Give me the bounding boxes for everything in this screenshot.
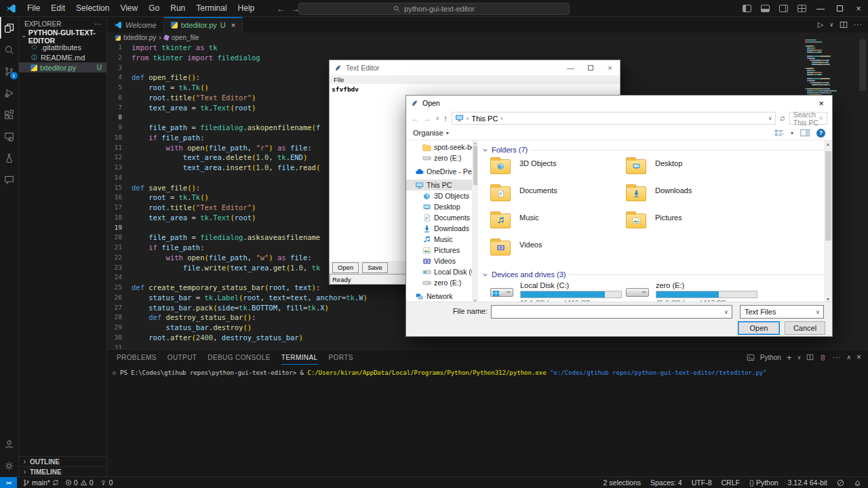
- activitybar-testing-icon[interactable]: [0, 147, 19, 169]
- activitybar-source-control-icon[interactable]: 1: [0, 60, 19, 82]
- toggle-panel-icon[interactable]: [761, 5, 770, 12]
- status-encoding[interactable]: UTF-8: [692, 479, 712, 487]
- section-timeline[interactable]: TIMELINE: [19, 466, 106, 476]
- panel-tab-output[interactable]: OUTPUT: [167, 350, 197, 365]
- drive-item-zero-e-[interactable]: zero (E:)45.0 GB free of 117 GB: [626, 281, 762, 303]
- address-dropdown-icon[interactable]: ∨: [768, 115, 772, 121]
- status-python-version[interactable]: 3.12.4 64-bit: [788, 479, 827, 487]
- status-indent[interactable]: Spaces: 4: [650, 479, 682, 487]
- minimap[interactable]: [805, 39, 852, 102]
- panel-close-icon[interactable]: ×: [856, 352, 861, 362]
- main-scrollbar[interactable]: ▲ ▼: [824, 140, 832, 303]
- menu-view[interactable]: View: [115, 0, 143, 17]
- organise-menu[interactable]: Organise: [413, 129, 443, 137]
- sidebar-item-onedrive-person[interactable]: OneDrive - Person: [406, 166, 472, 177]
- dialog-titlebar[interactable]: Open ×: [406, 96, 832, 110]
- combo-dropdown-icon[interactable]: ∨: [721, 309, 732, 315]
- sidebar-scrollbar[interactable]: ▲ ▼: [472, 140, 478, 303]
- tab-txteditor[interactable]: txteditor.py U ×: [164, 17, 243, 33]
- sidebar-item-downloads[interactable]: Downloads: [406, 223, 472, 234]
- split-editor-icon[interactable]: [840, 21, 848, 28]
- activitybar-explorer-icon[interactable]: [0, 17, 19, 39]
- folder-item-3d-objects[interactable]: 3D Objects: [490, 157, 626, 184]
- toggle-sidebar-icon[interactable]: [743, 5, 751, 12]
- scroll-down-icon[interactable]: ▼: [824, 297, 832, 302]
- tk-save-button[interactable]: Save: [362, 262, 388, 273]
- file-item-txteditor.py[interactable]: txteditor.pyU: [19, 62, 106, 73]
- activitybar-run-debug-icon[interactable]: [0, 82, 19, 104]
- address-crumb[interactable]: This PC: [471, 115, 498, 123]
- search-this-pc-input[interactable]: Search This PC: [789, 112, 827, 125]
- tk-open-button[interactable]: Open: [332, 262, 359, 273]
- scroll-up-icon[interactable]: ▲: [472, 140, 478, 145]
- tab-close-icon[interactable]: ×: [231, 21, 235, 29]
- tk-minimize-button[interactable]: —: [561, 60, 580, 75]
- status-language[interactable]: {}Python: [749, 479, 778, 487]
- sidebar-item-network[interactable]: Network: [406, 291, 472, 302]
- folder-item-documents[interactable]: Documents: [490, 184, 626, 211]
- status-eol[interactable]: CRLF: [721, 479, 739, 487]
- help-icon[interactable]: ?: [816, 129, 825, 138]
- notifications-bell-icon[interactable]: [854, 479, 861, 487]
- window-maximize-button[interactable]: [830, 0, 849, 17]
- sidebar-item-music[interactable]: Music: [406, 234, 472, 245]
- errors-warnings-status[interactable]: 0 0: [65, 479, 94, 487]
- project-root-row[interactable]: PYTHON-GUI-TEXT-EDITOR: [19, 31, 106, 42]
- file-item-README.md[interactable]: README.md: [19, 52, 106, 62]
- window-close-button[interactable]: ×: [849, 0, 868, 17]
- run-dropdown-icon[interactable]: ∨: [829, 22, 833, 28]
- command-center-search[interactable]: python-gui-text-editor: [298, 3, 570, 15]
- remote-indicator[interactable]: ><: [0, 477, 17, 488]
- menu-go[interactable]: Go: [143, 0, 165, 17]
- sidebar-item-documents[interactable]: Documents: [406, 212, 472, 223]
- breadcrumb-file[interactable]: txteditor.py: [123, 34, 156, 41]
- dialog-cancel-button[interactable]: Cancel: [785, 321, 825, 335]
- sidebar-item-videos[interactable]: Videos: [406, 256, 472, 266]
- activitybar-settings-gear-icon[interactable]: [0, 455, 19, 476]
- sidebar-item-zero-e-[interactable]: zero (E:): [406, 277, 472, 288]
- activitybar-search-icon[interactable]: [0, 39, 19, 60]
- sidebar-item-desktop[interactable]: Desktop: [406, 201, 472, 212]
- folder-item-music[interactable]: Music: [490, 211, 626, 238]
- refresh-icon[interactable]: [780, 115, 785, 123]
- activitybar-remote-explorer-icon[interactable]: [0, 125, 19, 147]
- tk-file-menu[interactable]: File: [334, 76, 344, 83]
- folder-item-downloads[interactable]: Downloads: [626, 184, 762, 211]
- change-view-icon[interactable]: [774, 129, 784, 137]
- menu-terminal[interactable]: Terminal: [191, 0, 232, 17]
- branch-status[interactable]: main*: [23, 479, 59, 487]
- kill-terminal-trash-icon[interactable]: [819, 354, 827, 361]
- organise-dropdown-icon[interactable]: ▾: [446, 130, 449, 136]
- menu-help[interactable]: Help: [233, 0, 260, 17]
- folder-item-pictures[interactable]: Pictures: [626, 211, 762, 238]
- tk-maximize-button[interactable]: [580, 60, 600, 75]
- explorer-actions-icon[interactable]: ···: [94, 20, 101, 28]
- customize-layout-icon[interactable]: [797, 5, 806, 12]
- menu-selection[interactable]: Selection: [71, 0, 115, 17]
- section-outline[interactable]: OUTLINE: [19, 456, 106, 466]
- dialog-back-icon[interactable]: ←: [411, 114, 419, 123]
- dialog-close-button[interactable]: ×: [810, 96, 832, 110]
- terminal-dropdown-icon[interactable]: ∨: [797, 354, 802, 361]
- ports-status[interactable]: 0: [100, 479, 113, 487]
- nav-back-icon[interactable]: ←: [277, 4, 285, 14]
- activitybar-account-icon[interactable]: [0, 433, 19, 455]
- address-bar[interactable]: › This PC › ∨: [452, 112, 776, 125]
- tab-welcome[interactable]: Welcome: [107, 17, 164, 33]
- status-selections[interactable]: 2 selections: [604, 479, 641, 487]
- preview-pane-icon[interactable]: [800, 129, 810, 137]
- folder-item-desktop[interactable]: Desktop: [626, 157, 762, 184]
- panel-tab-debug-console[interactable]: DEBUG CONSOLE: [208, 350, 270, 365]
- panel-tab-terminal[interactable]: TERMINAL: [281, 350, 318, 365]
- drives-group-header[interactable]: Devices and drives (3): [478, 265, 832, 281]
- menu-file[interactable]: File: [22, 0, 45, 17]
- dialog-history-dropdown-icon[interactable]: ∨: [435, 115, 439, 121]
- folder-item-videos[interactable]: Videos: [490, 238, 626, 265]
- activitybar-extensions-icon[interactable]: [0, 104, 19, 125]
- terminal-shell-label[interactable]: Python: [760, 354, 781, 361]
- drive-item-local-disk-c-[interactable]: Local Disk (C:)19.1 GB free of 119 GB: [490, 281, 626, 303]
- sidebar-item-3d-objects[interactable]: 3D Objects: [406, 190, 472, 201]
- breadcrumb[interactable]: txteditor.py › open_file: [107, 33, 868, 43]
- panel-tab-ports[interactable]: PORTS: [329, 350, 353, 365]
- editor-scrollbar[interactable]: [859, 39, 866, 91]
